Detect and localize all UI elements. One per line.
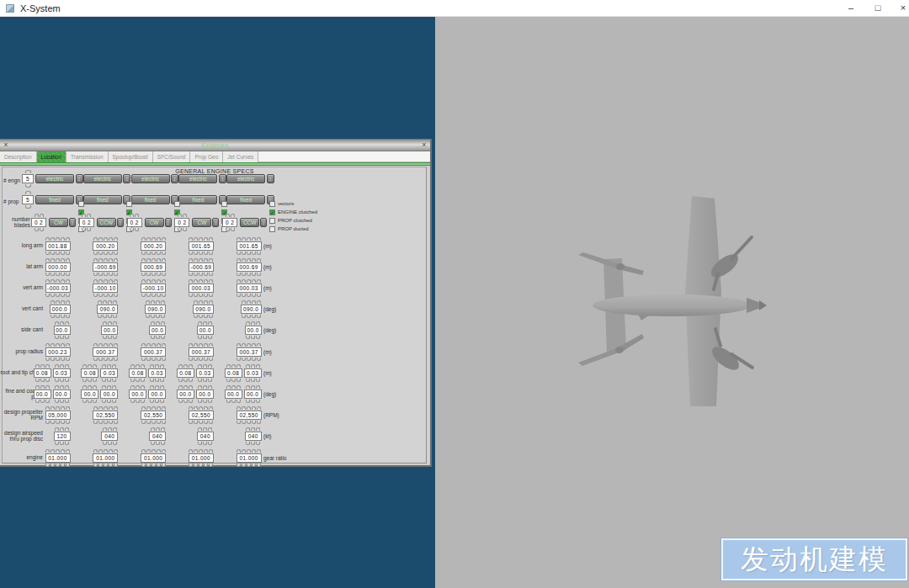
down-arrow-icon[interactable] bbox=[104, 252, 108, 255]
down-arrow-icon[interactable] bbox=[257, 315, 261, 318]
up-arrow-icon[interactable] bbox=[242, 237, 246, 241]
flag-checkbox-vectors[interactable] bbox=[174, 201, 180, 207]
up-arrow-icon[interactable] bbox=[247, 279, 251, 283]
up-arrow-icon[interactable] bbox=[157, 279, 161, 283]
up-arrow-icon[interactable] bbox=[50, 343, 55, 347]
down-arrow-icon[interactable] bbox=[82, 379, 87, 382]
up-arrow-icon[interactable] bbox=[242, 300, 246, 304]
down-arrow-icon[interactable] bbox=[98, 315, 102, 318]
down-arrow-icon[interactable] bbox=[157, 252, 161, 255]
up-arrow-icon[interactable] bbox=[109, 343, 113, 347]
up-arrow-icon[interactable] bbox=[237, 364, 241, 368]
down-arrow-icon[interactable] bbox=[157, 294, 161, 297]
down-arrow-icon[interactable] bbox=[209, 294, 213, 297]
down-arrow-icon[interactable] bbox=[178, 379, 183, 382]
value-field[interactable]: 000.69 bbox=[237, 262, 262, 272]
up-arrow-icon[interactable] bbox=[82, 385, 87, 389]
up-arrow-icon[interactable] bbox=[55, 364, 59, 368]
up-arrow-icon[interactable] bbox=[93, 385, 97, 389]
down-arrow-icon[interactable] bbox=[65, 336, 69, 339]
down-arrow-icon[interactable] bbox=[155, 379, 159, 382]
down-arrow-icon[interactable] bbox=[104, 464, 108, 467]
down-arrow-icon[interactable] bbox=[256, 442, 260, 445]
down-arrow-icon[interactable] bbox=[114, 294, 118, 297]
value-field[interactable]: 001.88 bbox=[45, 241, 71, 251]
down-arrow-icon[interactable] bbox=[194, 315, 198, 318]
value-field[interactable]: 001.65 bbox=[237, 241, 262, 251]
down-arrow-icon[interactable] bbox=[141, 379, 145, 382]
down-arrow-icon[interactable] bbox=[162, 421, 166, 424]
up-arrow-icon[interactable] bbox=[25, 170, 31, 173]
up-arrow-icon[interactable] bbox=[257, 300, 261, 304]
down-arrow-icon[interactable] bbox=[209, 315, 213, 318]
up-arrow-icon[interactable] bbox=[141, 279, 146, 283]
spinner-up-arrow[interactable] bbox=[22, 191, 34, 194]
up-arrow-icon[interactable] bbox=[237, 258, 241, 262]
up-arrow-icon[interactable] bbox=[66, 343, 70, 347]
down-arrow-icon[interactable] bbox=[50, 273, 55, 276]
up-arrow-icon[interactable] bbox=[108, 321, 112, 325]
value-field[interactable]: 000.00 bbox=[45, 262, 71, 272]
value-field[interactable]: 0.08 bbox=[129, 368, 146, 378]
up-arrow-icon[interactable] bbox=[204, 300, 208, 304]
up-arrow-icon[interactable] bbox=[112, 364, 116, 368]
down-arrow-icon[interactable] bbox=[141, 294, 146, 297]
up-arrow-icon[interactable] bbox=[256, 321, 260, 325]
up-arrow-icon[interactable] bbox=[141, 449, 146, 453]
value-field[interactable]: 00.0 bbox=[54, 326, 71, 335]
up-arrow-icon[interactable] bbox=[40, 214, 44, 217]
up-arrow-icon[interactable] bbox=[257, 237, 261, 241]
down-arrow-icon[interactable] bbox=[55, 400, 59, 403]
prop-type-dropdown[interactable]: fixed bbox=[83, 195, 122, 204]
down-arrow-icon[interactable] bbox=[109, 273, 113, 276]
value-field[interactable]: 000.03 bbox=[189, 283, 214, 293]
up-arrow-icon[interactable] bbox=[45, 449, 50, 453]
down-arrow-icon[interactable] bbox=[237, 421, 241, 424]
down-arrow-icon[interactable] bbox=[204, 358, 208, 361]
down-arrow-icon[interactable] bbox=[61, 252, 65, 255]
up-arrow-icon[interactable] bbox=[189, 237, 193, 241]
down-arrow-icon[interactable] bbox=[209, 273, 213, 276]
down-arrow-icon[interactable] bbox=[226, 379, 231, 382]
value-field[interactable]: 00.0 bbox=[149, 326, 166, 335]
down-arrow-icon[interactable] bbox=[104, 358, 108, 361]
value-field[interactable]: 040 bbox=[245, 432, 262, 441]
up-arrow-icon[interactable] bbox=[198, 427, 202, 431]
down-arrow-icon[interactable] bbox=[35, 228, 39, 231]
up-arrow-icon[interactable] bbox=[256, 385, 260, 389]
up-arrow-icon[interactable] bbox=[251, 427, 255, 431]
down-arrow-icon[interactable] bbox=[66, 252, 70, 255]
up-arrow-icon[interactable] bbox=[194, 237, 198, 241]
value-field[interactable]: 00.0 bbox=[244, 389, 262, 399]
down-arrow-icon[interactable] bbox=[56, 421, 60, 424]
down-arrow-icon[interactable] bbox=[252, 421, 256, 424]
down-arrow-icon[interactable] bbox=[55, 379, 59, 382]
down-arrow-icon[interactable] bbox=[257, 464, 261, 467]
down-arrow-icon[interactable] bbox=[66, 315, 70, 318]
down-arrow-icon[interactable] bbox=[242, 464, 246, 467]
down-arrow-icon[interactable] bbox=[130, 228, 134, 231]
up-arrow-icon[interactable] bbox=[252, 343, 256, 347]
down-arrow-icon[interactable] bbox=[61, 273, 65, 276]
up-arrow-icon[interactable] bbox=[199, 343, 203, 347]
down-arrow-icon[interactable] bbox=[157, 464, 161, 467]
down-arrow-icon[interactable] bbox=[152, 421, 156, 424]
down-arrow-icon[interactable] bbox=[252, 273, 256, 276]
value-field[interactable]: 02,550 bbox=[93, 411, 118, 420]
down-arrow-icon[interactable] bbox=[109, 358, 113, 361]
up-arrow-icon[interactable] bbox=[204, 279, 208, 283]
down-arrow-icon[interactable] bbox=[50, 358, 55, 361]
rotation-dropdown[interactable]: CCW bbox=[97, 218, 116, 227]
down-arrow-icon[interactable] bbox=[161, 336, 165, 339]
down-arrow-icon[interactable] bbox=[155, 400, 159, 403]
down-arrow-icon[interactable] bbox=[61, 358, 65, 361]
up-arrow-icon[interactable] bbox=[178, 385, 183, 389]
up-arrow-icon[interactable] bbox=[65, 321, 69, 325]
down-arrow-icon[interactable] bbox=[198, 379, 202, 382]
down-arrow-icon[interactable] bbox=[237, 400, 241, 403]
up-arrow-icon[interactable] bbox=[114, 449, 118, 453]
up-arrow-icon[interactable] bbox=[60, 364, 64, 368]
down-arrow-icon[interactable] bbox=[136, 379, 140, 382]
up-arrow-icon[interactable] bbox=[199, 300, 203, 304]
down-arrow-icon[interactable] bbox=[45, 294, 50, 297]
